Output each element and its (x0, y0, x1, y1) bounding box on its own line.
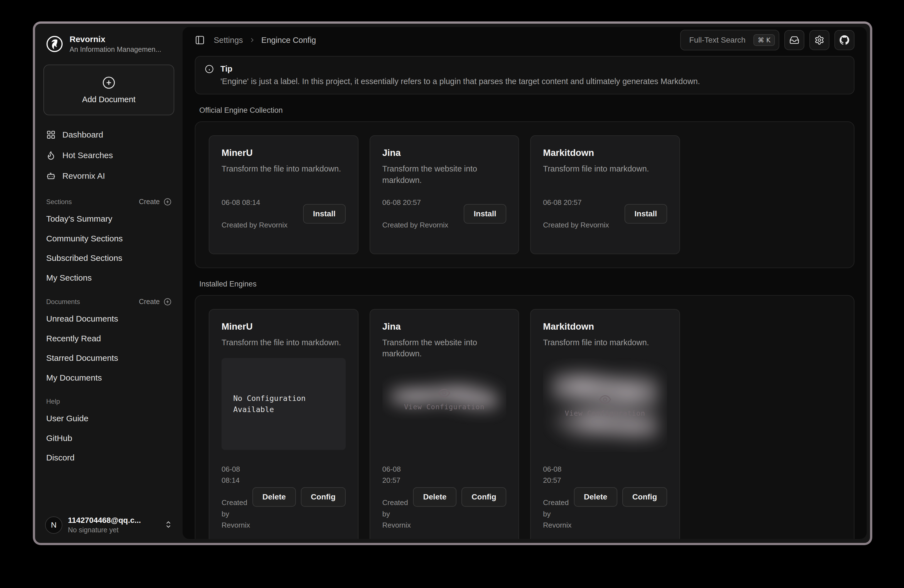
user-email: 1142704468@qq.c... (68, 516, 141, 525)
dashboard-icon (46, 130, 56, 139)
engine-date: 06-08 20:57 (382, 463, 413, 486)
official-engines-label: Official Engine Collection (195, 106, 855, 115)
create-document-button[interactable]: Create (139, 298, 171, 306)
engine-meta: 06-08 20:57 Created by Revornix (382, 186, 448, 242)
view-configuration-overlay: View Configuration (382, 370, 507, 428)
install-button[interactable]: Install (303, 204, 346, 224)
search-label: Full-Text Search (689, 36, 745, 44)
config-button[interactable]: Config (461, 487, 506, 507)
engine-name: MinerU (221, 147, 346, 158)
sidebar-item-dashboard[interactable]: Dashboard (46, 128, 171, 141)
config-button[interactable]: Config (301, 487, 346, 507)
sidebar-item-my-sections[interactable]: My Sections (46, 273, 171, 283)
sidebar-item-hot-searches[interactable]: Hot Searches (46, 149, 171, 162)
github-button[interactable] (834, 30, 855, 50)
eye-icon (599, 393, 612, 406)
sidebar-item-recently-read[interactable]: Recently Read (46, 334, 171, 343)
sidebar-item-github[interactable]: GitHub (46, 433, 171, 443)
install-button[interactable]: Install (464, 204, 506, 224)
blurred-config-preview[interactable]: View Configuration (382, 370, 507, 428)
engine-date: 06-08 20:57 (543, 197, 609, 208)
view-configuration-overlay: View Configuration (543, 358, 667, 452)
sidebar-item-revornix-ai[interactable]: Revornix AI (46, 169, 171, 183)
view-configuration-label: View Configuration (404, 403, 485, 411)
installed-card-jina: Jina Transform the website into markdown… (370, 309, 519, 539)
revornix-logo-icon (46, 35, 63, 53)
delete-button[interactable]: Delete (413, 487, 457, 507)
add-document-button[interactable]: Add Document (43, 65, 174, 115)
settings-button[interactable] (809, 30, 830, 50)
engine-card-jina: Jina Transform the website into markdown… (370, 135, 519, 254)
blurred-config-preview[interactable]: View Configuration (543, 358, 667, 452)
app-window: Revornix An Information Managemen... Add… (33, 21, 872, 545)
user-info: 1142704468@qq.c... No signature yet (68, 516, 141, 534)
sidebar-item-discord[interactable]: Discord (46, 453, 171, 463)
github-icon (839, 35, 849, 45)
info-icon (205, 65, 214, 74)
sidebar-group-sections: Sections Create Today's Summary Communit… (43, 198, 174, 283)
delete-button[interactable]: Delete (253, 487, 296, 507)
sidebar-item-my-documents[interactable]: My Documents (46, 373, 171, 383)
chevrons-up-down-icon (164, 520, 172, 530)
install-button[interactable]: Install (624, 204, 667, 224)
sidebar-toggle-icon[interactable] (195, 35, 205, 45)
inbox-icon (789, 35, 799, 45)
engine-name: MinerU (221, 321, 346, 332)
config-button[interactable]: Config (622, 487, 667, 507)
sidebar-item-community-sections[interactable]: Community Sections (46, 234, 171, 243)
engine-meta: 06-08 20:57 Created by Revornix (382, 452, 413, 539)
engine-name: Markitdown (543, 147, 667, 158)
spacer (221, 450, 346, 452)
flame-icon (46, 151, 56, 160)
add-document-label: Add Document (82, 95, 136, 104)
breadcrumb-current: Engince Config (261, 36, 316, 45)
engine-description: Transform the website into markdown. (382, 337, 507, 359)
group-title: Help (46, 398, 60, 405)
brand-text: Revornix An Information Managemen... (70, 34, 161, 54)
engine-creator: Created by Revornix (543, 497, 574, 531)
chevron-right-icon (248, 36, 256, 44)
sidebar-item-label: Revornix AI (62, 171, 105, 181)
eye-icon (438, 387, 450, 400)
engine-meta: 06-08 08:14 Created by Revornix (221, 452, 253, 539)
topbar-actions: Full-Text Search ⌘ K (680, 30, 855, 51)
plus-circle-icon (102, 76, 115, 89)
engine-date: 06-08 20:57 (543, 463, 574, 486)
sidebar-nav: Dashboard Hot Searches Revornix AI (43, 128, 174, 183)
installed-engines: MinerU Transform the file into markdown.… (195, 295, 855, 539)
create-section-button[interactable]: Create (139, 198, 171, 206)
main-panel: Settings Engince Config Full-Text Search… (183, 27, 867, 539)
sidebar-item-starred-documents[interactable]: Starred Documents (46, 353, 171, 363)
sidebar-item-user-guide[interactable]: User Guide (46, 414, 171, 424)
engine-name: Jina (382, 147, 507, 158)
engine-date: 06-08 08:14 (221, 463, 253, 486)
inbox-button[interactable] (784, 30, 804, 50)
sidebar-item-label: Dashboard (62, 130, 103, 139)
avatar: N (45, 517, 62, 534)
full-text-search-button[interactable]: Full-Text Search ⌘ K (680, 30, 779, 51)
user-menu[interactable]: N 1142704468@qq.c... No signature yet (43, 514, 174, 536)
breadcrumb: Settings Engince Config (214, 36, 316, 45)
tip-banner: Tip 'Engine' is just a label. In this pr… (195, 56, 855, 94)
group-title: Sections (46, 198, 72, 206)
engine-meta: 06-08 20:57 Created by Revornix (543, 452, 574, 539)
topbar: Settings Engince Config Full-Text Search… (195, 27, 855, 51)
installed-engines-label: Installed Engines (195, 280, 855, 288)
delete-button[interactable]: Delete (574, 487, 617, 507)
engine-meta: 06-08 08:14 Created by Revornix (221, 186, 288, 242)
sidebar-item-todays-summary[interactable]: Today's Summary (46, 214, 171, 224)
engine-creator: Created by Revornix (543, 220, 609, 231)
engine-card-markitdown: Markitdown Transform file into markdown.… (530, 135, 680, 254)
command-k-shortcut: ⌘ K (754, 34, 775, 46)
engine-name: Markitdown (543, 321, 667, 332)
app-tagline: An Information Managemen... (70, 45, 161, 54)
brand: Revornix An Information Managemen... (43, 34, 174, 54)
robot-icon (46, 171, 56, 181)
no-configuration-box: No Configuration Available (221, 358, 346, 450)
breadcrumb-settings[interactable]: Settings (214, 36, 243, 45)
app-title: Revornix (70, 34, 161, 44)
sidebar: Revornix An Information Managemen... Add… (35, 24, 183, 543)
sidebar-item-unread-documents[interactable]: Unread Documents (46, 314, 171, 324)
sidebar-item-subscribed-sections[interactable]: Subscribed Sections (46, 253, 171, 263)
spacer (382, 428, 507, 452)
